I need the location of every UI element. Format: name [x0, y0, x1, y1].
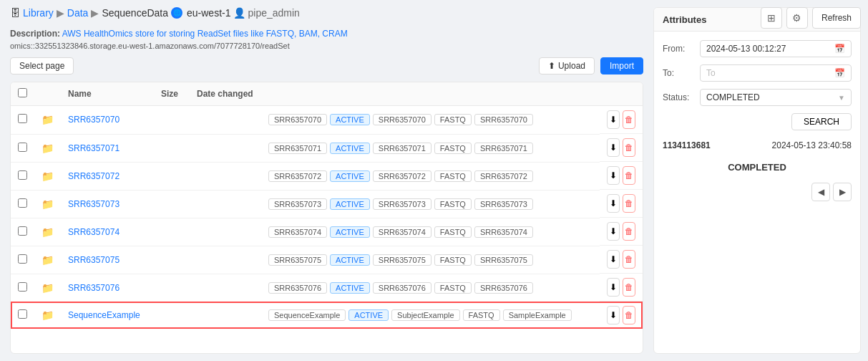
tag-badge[interactable]: FASTQ [434, 198, 472, 210]
folder-icon: 📁 [42, 309, 54, 321]
tag-badge[interactable]: SRR6357071 [474, 143, 533, 154]
folder-icon: 📁 [42, 170, 54, 182]
tag-badge[interactable]: SRR6357075 [268, 254, 327, 266]
download-button[interactable]: ⬇ [607, 110, 620, 129]
tag-badge[interactable]: SRR6357073 [373, 198, 431, 210]
download-button[interactable]: ⬇ [607, 166, 620, 185]
refresh-button[interactable]: Refresh [812, 7, 861, 29]
tag-badge[interactable]: SRR6357070 [474, 114, 533, 125]
row-name[interactable]: SRR6357073 [61, 190, 154, 218]
status-row: Status: COMPLETED ▼ [663, 89, 852, 106]
tag-badge[interactable]: ACTIVE [330, 282, 370, 294]
row-tags: SRR6357074ACTIVESRR6357074FASTQSRR635707… [261, 218, 600, 246]
row-name[interactable]: SRR6357076 [61, 274, 154, 302]
row-checkbox[interactable] [18, 226, 27, 236]
row-tags: SRR6357071ACTIVESRR6357071FASTQSRR635707… [261, 134, 600, 162]
tag-badge[interactable]: FASTQ [434, 114, 472, 125]
delete-button[interactable]: 🗑 [623, 278, 635, 297]
row-actions: ⬇🗑 [600, 134, 643, 162]
row-tags: SRR6357072ACTIVESRR6357072FASTQSRR635707… [261, 162, 600, 190]
tag-badge[interactable]: SRR6357071 [268, 143, 327, 154]
download-button[interactable]: ⬇ [607, 250, 620, 269]
breadcrumb-data[interactable]: Data [67, 7, 89, 19]
tag-badge[interactable]: FASTQ [434, 143, 472, 154]
tag-badge[interactable]: FASTQ [434, 170, 472, 182]
download-button[interactable]: ⬇ [607, 222, 620, 241]
row-checkbox[interactable] [18, 143, 27, 152]
to-input[interactable]: To 📅 [700, 64, 852, 82]
delete-button[interactable]: 🗑 [623, 110, 635, 129]
status-select[interactable]: COMPLETED ▼ [700, 89, 852, 106]
row-checkbox[interactable] [18, 114, 27, 123]
select-page-button[interactable]: Select page [10, 57, 74, 74]
row-checkbox[interactable] [18, 309, 27, 319]
row-checkbox[interactable] [18, 254, 27, 264]
tag-badge[interactable]: SRR6357073 [474, 198, 533, 210]
description-label: Description: [10, 29, 60, 39]
delete-button[interactable]: 🗑 [623, 194, 635, 213]
upload-button[interactable]: ⬆ Upload [539, 57, 595, 74]
tag-badge[interactable]: ACTIVE [348, 309, 389, 321]
tag-badge[interactable]: ACTIVE [330, 254, 370, 266]
delete-button[interactable]: 🗑 [623, 166, 635, 185]
from-input[interactable]: 2024-05-13 00:12:27 📅 [700, 40, 852, 57]
tag-badge[interactable]: SRR6357071 [373, 143, 431, 154]
tag-badge[interactable]: SRR6357070 [268, 114, 327, 125]
tag-badge[interactable]: FASTQ [434, 226, 472, 238]
tag-badge[interactable]: FASTQ [463, 309, 500, 321]
delete-button[interactable]: 🗑 [623, 306, 635, 324]
download-button[interactable]: ⬇ [607, 194, 620, 213]
tag-badge[interactable]: ACTIVE [330, 143, 370, 154]
description: Description: AWS HealthOmics store for s… [10, 29, 643, 39]
tag-badge[interactable]: SequenceExample [268, 309, 346, 321]
tag-badge[interactable]: ACTIVE [330, 170, 370, 182]
attributes-panel: Attributes × From: 2024-05-13 00:12:27 📅… [653, 7, 861, 354]
delete-button[interactable]: 🗑 [623, 250, 635, 269]
next-page-button[interactable]: ▶ [833, 183, 852, 201]
tag-badge[interactable]: SRR6357074 [268, 226, 327, 238]
tag-badge[interactable]: SRR6357074 [373, 226, 431, 238]
tag-badge[interactable]: ACTIVE [330, 226, 370, 238]
tag-badge[interactable]: FASTQ [434, 282, 472, 294]
prev-page-button[interactable]: ◀ [811, 183, 830, 201]
delete-button[interactable]: 🗑 [623, 138, 635, 157]
grid-view-button[interactable]: ⊞ [761, 7, 782, 29]
settings-button[interactable]: ⚙ [786, 7, 808, 29]
tag-badge[interactable]: SRR6357076 [474, 282, 533, 294]
search-btn-row: SEARCH [663, 113, 852, 130]
tag-badge[interactable]: SRR6357072 [268, 170, 327, 182]
delete-button[interactable]: 🗑 [623, 222, 635, 241]
download-button[interactable]: ⬇ [607, 306, 620, 324]
select-all-checkbox[interactable] [18, 88, 27, 97]
row-name[interactable]: SRR6357074 [61, 218, 154, 246]
tag-badge[interactable]: SRR6357074 [474, 226, 533, 238]
row-name[interactable]: SRR6357072 [61, 162, 154, 190]
tag-badge[interactable]: SRR6357072 [474, 170, 533, 182]
tag-badge[interactable]: SRR6357073 [268, 198, 327, 210]
tag-badge[interactable]: SubjectExample [391, 309, 460, 321]
tag-badge[interactable]: ACTIVE [330, 198, 370, 210]
download-button[interactable]: ⬇ [607, 278, 620, 297]
tag-badge[interactable]: SRR6357076 [373, 282, 431, 294]
table-row: 📁SequenceExampleSequenceExampleACTIVESub… [11, 302, 643, 329]
download-button[interactable]: ⬇ [607, 138, 620, 157]
row-name[interactable]: SequenceExample [61, 302, 154, 329]
tag-badge[interactable]: SRR6357070 [373, 114, 431, 125]
tag-badge[interactable]: SRR6357072 [373, 170, 431, 182]
row-name[interactable]: SRR6357075 [61, 246, 154, 274]
import-button[interactable]: Import [600, 57, 643, 74]
row-checkbox[interactable] [18, 198, 27, 208]
search-button[interactable]: SEARCH [791, 113, 852, 130]
row-checkbox[interactable] [18, 282, 27, 292]
tag-badge[interactable]: FASTQ [434, 254, 472, 266]
tag-badge[interactable]: SampleExample [503, 309, 572, 321]
breadcrumb-library[interactable]: Library [23, 7, 54, 19]
row-name[interactable]: SRR6357071 [61, 134, 154, 162]
col-name: Name [61, 82, 154, 106]
row-checkbox[interactable] [18, 170, 27, 180]
tag-badge[interactable]: SRR6357075 [373, 254, 431, 266]
row-name[interactable]: SRR6357070 [61, 106, 154, 135]
tag-badge[interactable]: ACTIVE [330, 114, 370, 125]
tag-badge[interactable]: SRR6357076 [268, 282, 327, 294]
tag-badge[interactable]: SRR6357075 [474, 254, 533, 266]
